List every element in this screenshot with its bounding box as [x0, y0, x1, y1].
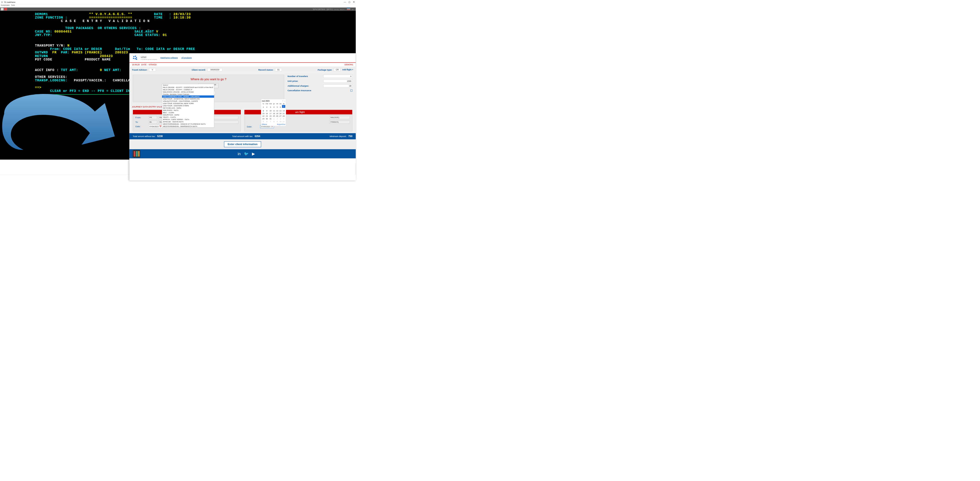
travelers-input[interactable]: 4 [323, 75, 352, 78]
date-picker-calendar[interactable]: mai 2023↑↓ lumamejevesadi123456789101112… [261, 99, 286, 126]
ret-from-text[interactable]: MALDIVE) [330, 116, 350, 119]
cal-day[interactable]: 5 [262, 120, 265, 123]
cal-day[interactable]: 5 [275, 105, 279, 110]
enter-client-button[interactable]: Enter client information [224, 141, 261, 148]
dropdown-option[interactable]: NILE CRUISE - EGYPT - OSIRIS 4* [162, 89, 214, 91]
link-mainframe-software[interactable]: Mainframe software [161, 57, 178, 59]
out-date-label: Date: [135, 125, 147, 128]
cal-day[interactable]: 6 [279, 105, 282, 110]
dropdown-option[interactable]: USA COMBINED STAY - MIAMI - ORLANDO [162, 95, 214, 98]
dropdown-option[interactable]: MALDIVES - 9d/7n [162, 109, 214, 111]
cal-day[interactable]: 1 [262, 105, 265, 110]
cal-day[interactable]: 11 [282, 120, 285, 123]
cal-day[interactable]: 3 [269, 105, 272, 110]
dropdown-option[interactable]: AFRICA - CAPE VERDE - 7d/7n [162, 118, 214, 121]
dropdown-option[interactable]: USA TOUR - ESSENTIAL WEST AMERICAN [162, 98, 214, 100]
out-from-code[interactable]: FR [149, 116, 157, 119]
package-input[interactable]: CR [334, 68, 340, 71]
cal-day[interactable]: 6 [265, 120, 269, 123]
status-bar: 16:48:25 DATE : 07/04/23 DEMOM1 [129, 62, 356, 67]
unitprice-input[interactable]: 1300 [323, 79, 352, 83]
cal-day[interactable]: 27 [279, 115, 282, 117]
advisor-input[interactable]: V [149, 68, 156, 71]
link-all-products[interactable]: All products [181, 57, 192, 59]
cal-day[interactable]: 26 [275, 115, 279, 117]
out-to-code[interactable]: ML [149, 121, 157, 124]
twitter-icon[interactable]: 🐦 [244, 151, 249, 156]
cal-day[interactable]: 10 [279, 120, 282, 123]
cal-day[interactable]: 23 [265, 115, 269, 117]
close-button[interactable]: ✕ [353, 1, 355, 3]
out-date-input[interactable]: 07/04/2023📅 [149, 125, 162, 128]
dropdown-option[interactable]: SEYCHELLES - 9d/5n [162, 107, 214, 109]
cal-day[interactable]: 19 [275, 112, 279, 115]
dropdown-option[interactable]: BALI - 11d/8n [162, 111, 214, 114]
cal-day[interactable]: 4 [272, 105, 275, 110]
ret-to-text[interactable]: FRANCE) [330, 121, 350, 124]
dropdown-option[interactable]: TAHITI - 11d/7n [162, 116, 214, 118]
cal-day[interactable]: 2 [265, 105, 269, 110]
cal-day[interactable]: 9 [265, 110, 269, 112]
cal-day[interactable]: 31 [269, 117, 272, 120]
youtube-icon[interactable]: ▶ [252, 151, 255, 156]
dropdown-option[interactable]: USA AUTOTOUR - CALIFORNIA - LA/SFR [162, 100, 214, 102]
linkedin-icon[interactable]: in [238, 151, 241, 156]
cal-next[interactable]: ↓ [284, 100, 285, 102]
cal-day[interactable]: 10 [269, 110, 272, 112]
cal-day[interactable]: 18 [272, 112, 275, 115]
advisor-label: Travel Advisor: [132, 68, 147, 71]
cal-day[interactable]: 7 [282, 105, 285, 108]
maximize-button[interactable]: ▢ [348, 1, 350, 3]
cal-day[interactable]: 30 [265, 117, 269, 120]
cal-day[interactable]: 17 [269, 112, 272, 115]
cal-day[interactable]: 24 [269, 115, 272, 117]
cal-day[interactable]: 1 [272, 117, 275, 120]
dropdown-option[interactable]: MAURITIUS - 6d/5n [162, 114, 214, 116]
cal-day[interactable]: 14 [282, 110, 285, 112]
dropdown-option[interactable]: Florida, Jamaica, Grand Caiman [162, 93, 214, 95]
cal-day[interactable]: 29 [262, 117, 265, 120]
destination-title: Where do you want to go ? [135, 78, 282, 81]
dropdown-option[interactable]: MEDITERRANEAN - VENICE ET FLORENCE 8d/7n [162, 123, 214, 125]
cal-day[interactable]: 15 [262, 112, 265, 115]
toolbar-icon-2[interactable] [4, 8, 7, 11]
package-dropdown[interactable]: Select NILE CRUISE - EGYPT - GODESSES an… [162, 84, 214, 128]
total-tax-value: 6264 [255, 135, 260, 138]
dropdown-option[interactable]: USA TOUR -ESSENTIAL NEW YORK [162, 102, 214, 105]
cal-day[interactable]: 25 [272, 115, 275, 117]
cal-day[interactable]: 13 [279, 110, 282, 112]
logo-text: virtel [141, 56, 157, 59]
cal-day[interactable]: 20 [279, 112, 282, 115]
dropdown-option[interactable]: MALDIVES CRUISE - ATOLLS ROAD [162, 91, 214, 93]
minimize-button[interactable]: — [344, 1, 346, 3]
cal-day[interactable]: 16 [265, 112, 269, 115]
virtel-logo-icon [133, 56, 137, 60]
cal-prev[interactable]: ↑ [282, 100, 283, 102]
cal-day[interactable]: 2 [275, 117, 279, 120]
menu-screencase[interactable]: Screencase [1, 4, 10, 6]
cal-clear[interactable]: Effacer [262, 124, 267, 125]
cal-day[interactable]: 9 [275, 120, 279, 123]
dropdown-option[interactable]: NILE CRUISE - EGYPT - GODESSES and GODS … [162, 86, 214, 89]
dropdown-option[interactable]: AFRICAE - KENYA 9d/7n [162, 121, 214, 123]
insurance-checkbox[interactable] [350, 89, 353, 91]
cal-day[interactable]: 12 [275, 110, 279, 112]
cal-day[interactable]: 4 [282, 117, 285, 120]
add-flight-link[interactable]: Add flight + [342, 68, 353, 71]
cal-today[interactable]: Aujourd'hui [277, 124, 285, 125]
cal-day[interactable]: 8 [272, 120, 275, 123]
recordstatus-input[interactable]: 01 [275, 68, 282, 71]
dropdown-option[interactable]: MEDITERRANEAN - MARRAKECH 8d/7n [162, 125, 214, 127]
cal-day[interactable]: 7 [269, 120, 272, 123]
cal-day[interactable]: 21 [282, 112, 285, 115]
client-input[interactable]: 00040230 [207, 68, 222, 71]
charges-input[interactable]: 38 [323, 84, 352, 87]
cal-day[interactable]: 3 [279, 117, 282, 120]
toolbar-icon-1[interactable] [1, 8, 4, 11]
cal-day[interactable]: 8 [262, 110, 265, 112]
cal-day[interactable]: 11 [272, 110, 275, 112]
dropdown-option[interactable]: USA TOUR - EASTERN STARS [162, 105, 214, 107]
cal-day[interactable]: 22 [262, 115, 265, 117]
menu-tools[interactable]: Tools [11, 4, 15, 6]
cal-day[interactable]: 28 [282, 115, 285, 117]
